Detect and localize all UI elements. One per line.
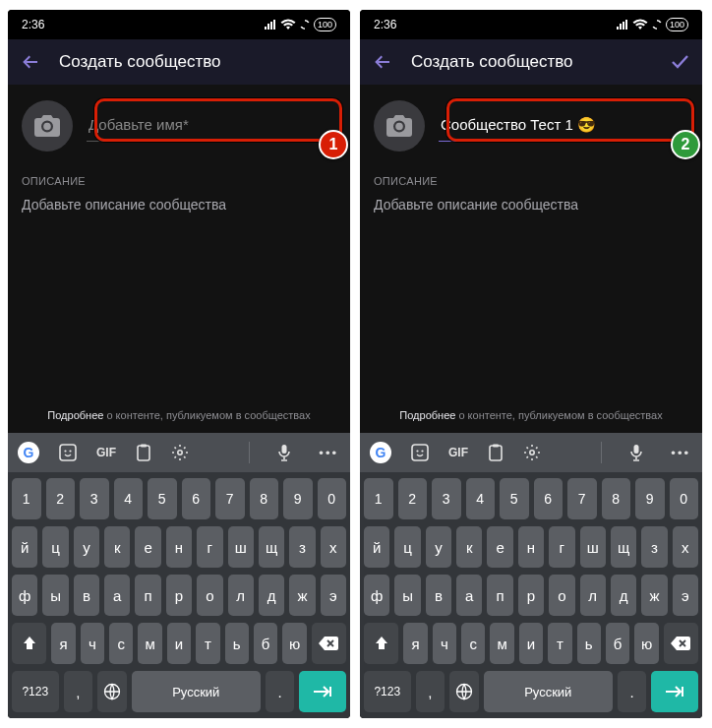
key-ч[interactable]: ч	[81, 623, 104, 664]
sticker-icon[interactable]	[59, 444, 77, 461]
key-к[interactable]: к	[456, 526, 482, 568]
key-ю[interactable]: ю	[282, 623, 306, 664]
key-г[interactable]: г	[549, 526, 574, 568]
key-0[interactable]: 0	[318, 478, 347, 519]
key-б[interactable]: б	[606, 623, 629, 664]
key-ц[interactable]: ц	[394, 526, 420, 568]
key-1[interactable]: 1	[364, 478, 393, 519]
key-а[interactable]: а	[456, 575, 482, 616]
key-д[interactable]: д	[259, 575, 284, 616]
community-name-input[interactable]	[439, 110, 688, 142]
key-0[interactable]: 0	[670, 478, 699, 519]
key-б[interactable]: б	[254, 623, 277, 664]
space-key[interactable]: Русский	[484, 671, 613, 712]
key-ч[interactable]: ч	[433, 623, 456, 664]
community-description-input[interactable]	[360, 189, 702, 226]
key-т[interactable]: т	[196, 623, 219, 664]
add-photo-button[interactable]	[22, 100, 73, 152]
key-5[interactable]: 5	[148, 478, 177, 519]
language-key[interactable]	[97, 671, 127, 712]
key-г[interactable]: г	[197, 526, 222, 568]
key-з[interactable]: з	[289, 526, 315, 568]
key-у[interactable]: у	[74, 526, 99, 568]
mic-icon[interactable]	[277, 444, 291, 461]
key-л[interactable]: л	[228, 575, 254, 616]
key-2[interactable]: 2	[46, 478, 76, 519]
key-3[interactable]: 3	[432, 478, 461, 519]
key-8[interactable]: 8	[250, 478, 279, 519]
key-д[interactable]: д	[611, 575, 636, 616]
footer-link[interactable]: Подробнее о контенте, публикуемом в сооб…	[360, 399, 702, 433]
key-л[interactable]: л	[580, 575, 606, 616]
gif-button[interactable]: GIF	[448, 446, 468, 459]
community-name-input[interactable]	[87, 110, 336, 142]
key-ь[interactable]: ь	[225, 623, 249, 664]
gif-button[interactable]: GIF	[96, 446, 116, 459]
key-м[interactable]: м	[490, 623, 513, 664]
period-key[interactable]: .	[266, 671, 295, 712]
key-ж[interactable]: ж	[641, 575, 667, 616]
footer-link[interactable]: Подробнее о контенте, публикуемом в сооб…	[8, 399, 350, 433]
confirm-button[interactable]	[669, 51, 690, 73]
key-з[interactable]: з	[641, 526, 667, 568]
enter-key[interactable]	[299, 671, 346, 712]
google-icon[interactable]: G	[18, 442, 39, 463]
back-button[interactable]	[20, 51, 41, 73]
key-2[interactable]: 2	[398, 478, 428, 519]
settings-icon[interactable]	[171, 444, 189, 461]
key-с[interactable]: с	[109, 623, 133, 664]
key-щ[interactable]: щ	[259, 526, 284, 568]
key-щ[interactable]: щ	[611, 526, 636, 568]
space-key[interactable]: Русский	[132, 671, 261, 712]
key-4[interactable]: 4	[466, 478, 496, 519]
period-key[interactable]: .	[618, 671, 647, 712]
symbols-key[interactable]: ?123	[12, 671, 59, 712]
key-и[interactable]: и	[167, 623, 191, 664]
key-ш[interactable]: ш	[228, 526, 254, 568]
key-5[interactable]: 5	[500, 478, 529, 519]
key-х[interactable]: х	[321, 526, 346, 568]
key-ф[interactable]: ф	[12, 575, 37, 616]
sticker-icon[interactable]	[411, 444, 429, 461]
key-й[interactable]: й	[364, 526, 389, 568]
key-х[interactable]: х	[673, 526, 698, 568]
key-о[interactable]: о	[197, 575, 222, 616]
clipboard-icon[interactable]	[488, 444, 504, 461]
key-т[interactable]: т	[548, 623, 571, 664]
comma-key[interactable]: ,	[416, 671, 445, 712]
key-6[interactable]: 6	[534, 478, 564, 519]
add-photo-button[interactable]	[374, 100, 425, 152]
key-э[interactable]: э	[673, 575, 698, 616]
key-9[interactable]: 9	[283, 478, 313, 519]
key-м[interactable]: м	[138, 623, 161, 664]
back-button[interactable]	[372, 51, 393, 73]
key-3[interactable]: 3	[80, 478, 109, 519]
key-в[interactable]: в	[426, 575, 451, 616]
key-р[interactable]: р	[166, 575, 192, 616]
key-р[interactable]: р	[518, 575, 544, 616]
key-е[interactable]: е	[487, 526, 512, 568]
key-ы[interactable]: ы	[394, 575, 420, 616]
key-н[interactable]: н	[518, 526, 544, 568]
key-к[interactable]: к	[104, 526, 130, 568]
key-7[interactable]: 7	[567, 478, 597, 519]
backspace-key[interactable]	[664, 623, 698, 664]
community-description-input[interactable]	[8, 189, 350, 226]
symbols-key[interactable]: ?123	[364, 671, 411, 712]
more-icon[interactable]: •••	[671, 446, 690, 460]
comma-key[interactable]: ,	[64, 671, 93, 712]
settings-icon[interactable]	[523, 444, 541, 461]
key-1[interactable]: 1	[12, 478, 41, 519]
shift-key[interactable]	[12, 623, 46, 664]
key-о[interactable]: о	[549, 575, 574, 616]
key-е[interactable]: е	[135, 526, 160, 568]
key-п[interactable]: п	[487, 575, 512, 616]
key-я[interactable]: я	[51, 623, 75, 664]
key-ш[interactable]: ш	[580, 526, 606, 568]
key-й[interactable]: й	[12, 526, 37, 568]
key-у[interactable]: у	[426, 526, 451, 568]
key-4[interactable]: 4	[114, 478, 144, 519]
key-7[interactable]: 7	[215, 478, 245, 519]
google-icon[interactable]: G	[370, 442, 391, 463]
clipboard-icon[interactable]	[136, 444, 151, 461]
